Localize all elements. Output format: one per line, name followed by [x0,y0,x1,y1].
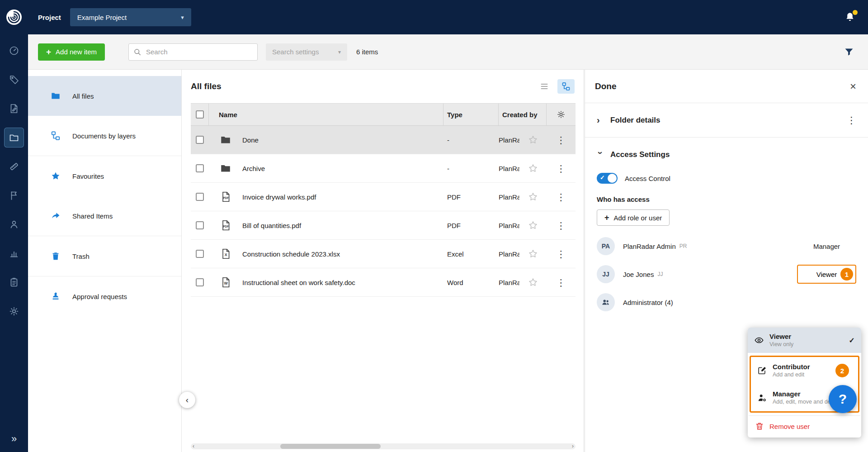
table-row[interactable]: W Instructional sheet on work safety.doc… [191,268,576,297]
word-file-icon: W [220,276,231,288]
sidebar-ruler-icon[interactable] [4,157,24,176]
file-nav-shared-items[interactable]: Shared Items [28,196,181,236]
role-dropdown-menu: Viewer View only ✓ Contributor Add and e… [748,328,861,438]
annotation-step-badge: 1 [840,268,853,281]
sidebar-expand-button[interactable]: » [11,433,17,445]
file-nav-trash[interactable]: Trash [28,236,181,276]
table-row[interactable]: PDF Invoice drywal works.pdf PDF PlanRad… [191,183,576,211]
person-gear-icon [757,393,767,403]
add-role-or-user-button[interactable]: + Add role or user [597,209,670,226]
access-settings-section[interactable]: › Access Settings [585,138,868,172]
favourite-star-icon[interactable] [528,163,538,173]
add-new-item-button[interactable]: + Add new item [38,43,105,61]
filter-button[interactable] [844,47,854,57]
trash-icon [755,422,764,431]
row-menu-kebab-icon[interactable]: ⋮ [557,249,566,259]
row-checkbox[interactable] [196,193,204,201]
check-icon: ✓ [849,336,855,345]
table-row[interactable]: Archive - PlanRadar Admin ⋮ [191,154,576,183]
column-header-name[interactable]: Name [209,104,443,125]
remove-user-item[interactable]: Remove user [748,416,861,437]
search-box[interactable] [128,43,258,61]
items-count: 6 items [356,48,378,56]
row-menu-kebab-icon[interactable]: ⋮ [557,221,566,230]
file-nav-favourites[interactable]: Favourites [28,156,181,196]
role-option-viewer[interactable]: Viewer View only ✓ [748,328,861,353]
sidebar-dashboard-gauge-icon[interactable] [4,41,24,61]
column-header-created-by[interactable]: Created by [499,104,547,125]
row-checkbox[interactable] [196,164,204,172]
file-nav-documents-by-layers[interactable]: Documents by layers [28,116,181,156]
row-menu-kebab-icon[interactable]: ⋮ [557,278,566,287]
row-menu-kebab-icon[interactable]: ⋮ [557,164,566,173]
folder-icon [220,134,231,146]
help-button[interactable]: ? [829,385,857,413]
close-icon[interactable]: × [850,81,856,92]
section-menu-kebab-icon[interactable]: ⋮ [847,115,856,126]
file-nav-all-files[interactable]: All files [28,76,181,116]
sidebar-settings-gear-icon[interactable] [4,301,24,321]
collapse-panel-button[interactable]: ‹ [179,392,195,408]
plus-icon: + [46,48,51,56]
horizontal-scrollbar[interactable]: ‹ › [191,443,576,449]
search-settings-dropdown[interactable]: Search settings ▾ [266,43,347,61]
favourite-star-icon[interactable] [528,277,538,287]
row-checkbox[interactable] [196,221,204,229]
sidebar-forms-clipboard-icon[interactable] [4,272,24,292]
role-option-contributor[interactable]: Contributor Add and edit 2 [751,357,858,384]
access-control-row: ✓ Access Control [597,173,856,184]
details-title: Done [595,81,617,91]
sidebar-plan-document-icon[interactable] [4,99,24,119]
notifications-button[interactable] [844,11,856,23]
scroll-right-arrow[interactable]: › [572,443,574,449]
table-row[interactable]: Done - PlanRadar Admin ⋮ [191,126,576,154]
chevron-down-icon: › [595,151,606,158]
row-menu-kebab-icon[interactable]: ⋮ [557,192,566,202]
tree-view-toggle[interactable] [557,79,575,94]
project-selector[interactable]: Example Project ▾ [70,8,191,26]
svg-text:W: W [224,281,228,285]
row-checkbox[interactable] [196,278,204,286]
favourite-star-icon[interactable] [528,249,538,259]
role-label: Manager [813,243,840,250]
column-settings-gear-icon[interactable] [557,110,566,119]
access-user-row: Administrator (4) [595,288,858,316]
sidebar-statistics-bars-icon[interactable] [4,243,24,263]
table-row[interactable]: X Construction schedule 2023.xlsx Excel … [191,240,576,268]
sidebar-ticket-tag-icon[interactable] [4,70,24,90]
sidebar-flag-icon[interactable] [4,186,24,205]
column-header-type[interactable]: Type [443,104,499,125]
scrollbar-thumb[interactable] [280,444,381,449]
scroll-left-arrow[interactable]: ‹ [193,443,194,449]
select-all-checkbox[interactable] [196,110,204,119]
chevron-down-icon: ▾ [338,49,341,55]
search-input[interactable] [145,48,253,56]
row-checkbox[interactable] [196,136,204,144]
list-view-toggle[interactable] [536,79,553,94]
role-selector-button[interactable]: Viewer 1 [797,265,856,284]
favourite-star-icon[interactable] [528,192,538,202]
folder-details-section[interactable]: › Folder details ⋮ [585,103,868,138]
table-row[interactable]: PDF Bill of quantities.pdf PDF PlanRadar… [191,211,576,240]
svg-text:PDF: PDF [223,196,229,200]
view-toggles [536,79,575,94]
file-nav-approval-requests[interactable]: Approval requests [28,276,181,316]
plus-icon: + [604,213,609,223]
excel-file-icon: X [220,248,231,260]
app-logo[interactable] [0,0,28,34]
file-list-region: All files Name Type Created by [182,70,584,452]
logo-swirl-icon [5,8,23,26]
action-toolbar: + Add new item Search settings ▾ 6 items [28,34,868,70]
row-checkbox[interactable] [196,250,204,258]
file-nav-panel: All files Documents by layers Favourites… [28,70,182,452]
favourite-star-icon[interactable] [528,135,538,145]
access-control-toggle[interactable]: ✓ [597,173,618,184]
avatar: JJ [597,265,615,283]
sidebar-documents-folder-icon[interactable] [4,128,24,147]
notification-dot [853,10,858,15]
list-view-icon [540,82,549,91]
row-menu-kebab-icon[interactable]: ⋮ [557,135,566,145]
sidebar-contact-person-icon[interactable] [4,214,24,234]
group-avatar [597,293,615,311]
favourite-star-icon[interactable] [528,220,538,230]
